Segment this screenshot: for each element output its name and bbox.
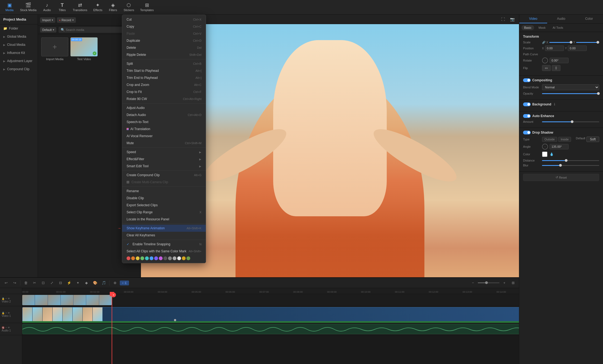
audio1-clip[interactable] [22,324,519,334]
import-button[interactable]: Import ▾ [40,17,55,23]
cm-mute[interactable]: Mute Ctrl+Shift+M [122,140,206,147]
test-video-item[interactable]: 00:00:15 ✓ Test Video [70,37,98,61]
cm-delete[interactable]: Delete Del [122,44,206,51]
magnet-button[interactable]: ⊕ [111,279,119,287]
blend-mode-select[interactable]: Normal [542,84,599,90]
video1-clip[interactable] [22,307,519,322]
track-video2[interactable]: × [22,294,519,306]
track-eye-icon[interactable]: 👁 [8,297,10,300]
color-dot-orange[interactable] [131,256,135,260]
color-dot-gray[interactable] [168,256,172,260]
test-video-thumb[interactable]: 00:00:15 ✓ [70,37,98,56]
color-dot-green[interactable] [140,256,144,260]
color-dot-olive[interactable] [186,256,190,260]
grid-button[interactable]: ⊞ [509,279,517,287]
angle-dial[interactable]: ○ [542,144,548,150]
track-audio1[interactable] [22,323,519,335]
track-mute-icon[interactable]: 🔇 [2,326,5,329]
cm-trim-start[interactable]: Trim Start to Playhead Alt+[ [122,67,206,74]
import-media-item[interactable]: + Import Media [41,37,68,61]
cm-clip-range[interactable]: Select Clip Range X [122,209,206,216]
cm-trim-end[interactable]: Trim End to Playhead Alt+] [122,74,206,81]
sidebar-item-folder[interactable]: 📁 Folder [0,24,38,33]
toolbar-stickers[interactable]: ⬡ Stickers [121,2,137,13]
add-track-button[interactable]: + E [120,281,129,285]
opacity-slider[interactable] [542,93,599,94]
sidebar-item-influence-kit[interactable]: ▶ Influence Kit [0,49,38,57]
cm-compound-clip[interactable]: Create Compound Clip Alt+G [122,172,206,179]
transform-button[interactable]: ⤢ [48,279,56,287]
tab-color[interactable]: Color [575,15,603,23]
cm-export-clips[interactable]: Export Selected Clips [122,202,206,209]
track-video1[interactable] [22,306,519,323]
flip-v-button[interactable]: ⇕ [552,65,560,71]
cm-effect-filter[interactable]: Effect&Filter ▶ [122,156,206,163]
cm-crop-zoom[interactable]: Crop and Zoom Alt+C [122,81,206,88]
zoom-in-tl-button[interactable]: + [501,279,508,287]
timeline-zoom-slider[interactable] [478,282,499,283]
background-toggle[interactable] [523,102,531,106]
compositing-toggle[interactable] [523,78,531,82]
cm-disable-clip[interactable]: Disable Clip [122,195,206,202]
color-dot-light-gray[interactable] [173,256,176,260]
cm-adjust-audio[interactable]: Adjust Audio [122,104,206,111]
cm-ai-vocal[interactable]: AI Vocal Remover [122,133,206,140]
cm-show-keyframe[interactable]: → Show Keyframe Animation Alt+Shift+K [122,225,206,232]
sidebar-item-cloud-media[interactable]: ▶ Cloud Media [0,41,38,49]
subtab-mask[interactable]: Mask [536,25,548,30]
auto-enhance-toggle[interactable] [523,114,531,118]
track-eye-icon[interactable]: 👁 [8,326,10,329]
cm-clear-keyframes[interactable]: Clear All Keyframes [122,232,206,239]
split-button[interactable]: ✂ [31,279,38,287]
distance-slider[interactable] [542,160,599,161]
cm-ripple-delete[interactable]: Ripple Delete Shift+Del [122,51,206,58]
color-dot-gold[interactable] [182,256,186,260]
scale-x-slider[interactable] [549,42,572,43]
cm-rotate[interactable]: Rotate 90 CW Ctrl+Alt+Right [122,95,206,102]
keyframe-button[interactable]: ◆ [83,279,90,287]
delete-button[interactable]: 🗑 [22,279,30,287]
color-dot-purple[interactable] [154,256,158,260]
cm-ai-translation[interactable]: AI Translation [122,125,206,133]
toolbar-transitions[interactable]: ⇄ Transitions [70,2,90,13]
ai-button[interactable]: ✦ [74,279,82,287]
cm-crop-fit[interactable]: Crop to Fit Ctrl+F [122,88,206,95]
view-default-button[interactable]: Default ▾ [40,27,56,33]
cm-locate-resource[interactable]: Locate in the Resource Panel [122,216,206,223]
outside-button[interactable]: Outside [542,137,557,142]
eyedropper-button[interactable]: 💧 [549,151,554,157]
snapshot-button[interactable]: 📷 [509,16,516,23]
toolbar-media[interactable]: ▣ Media [2,2,17,13]
position-x-input[interactable] [545,46,564,51]
subtab-basic[interactable]: Basic [521,25,534,30]
import-thumb[interactable]: + [41,37,68,56]
color-swatch[interactable] [542,152,547,157]
track-eye-icon[interactable]: 👁 [8,312,10,314]
toolbar-effects[interactable]: ✦ Effects [91,2,105,13]
blur-slider[interactable] [542,165,599,166]
amount-slider[interactable] [542,121,599,122]
rotate-dial[interactable]: ○ [542,57,548,63]
ripple-button[interactable]: ⊟ [57,279,64,287]
crop-button[interactable]: ⊡ [39,279,47,287]
toolbar-filters[interactable]: ◈ Filters [106,2,120,13]
record-button[interactable]: ● Record ▾ [57,17,76,23]
sidebar-item-global-media[interactable]: ▶ Global Media [0,33,38,41]
cm-smart-edit[interactable]: Smart Edit Tool ▶ [122,163,206,170]
rotate-input[interactable] [550,58,569,63]
sidebar-item-adjustment-layer[interactable]: ▶ Adjustment Layer [0,57,38,65]
sidebar-item-compound-clip[interactable]: ▶ Compound Clip [0,65,38,73]
angle-input[interactable] [550,144,569,149]
cm-copy[interactable]: Copy Ctrl+C [122,23,206,30]
subtab-ai-tools[interactable]: AI Tools [550,25,566,30]
speed-button[interactable]: ⚡ [65,279,73,287]
tab-video[interactable]: Video [519,15,547,23]
cm-rename[interactable]: Rename [122,188,206,195]
color-dot-blue[interactable] [150,256,153,260]
toolbar-stock-media[interactable]: 🎬 Stock Media [17,2,39,13]
inside-button[interactable]: Inside [558,137,571,142]
tab-audio[interactable]: Audio [547,15,575,23]
reset-button[interactable]: ↺ Reset [523,174,599,181]
cm-detach-audio[interactable]: Detach Audio Ctrl+Alt+D [122,111,206,118]
color-dot-pink[interactable] [159,256,163,260]
